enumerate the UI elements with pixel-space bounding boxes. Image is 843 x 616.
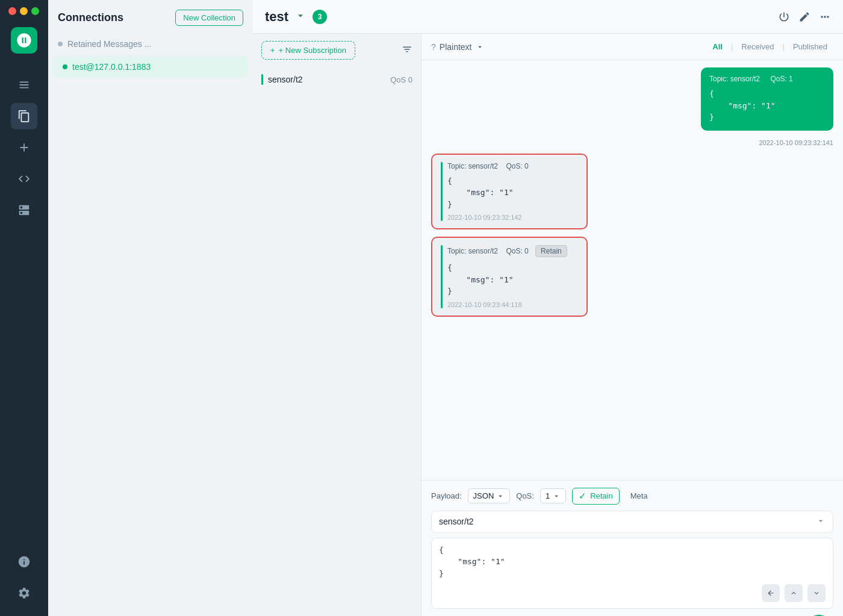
qos-value: 1 xyxy=(546,491,550,500)
nav-settings-button[interactable] xyxy=(11,580,37,606)
logo-icon xyxy=(16,32,33,49)
nav-back-button[interactable] xyxy=(762,584,780,602)
topbar-right xyxy=(778,11,831,23)
topic-expand-icon[interactable] xyxy=(816,516,826,527)
message-header-3: Topic: sensor/t2 QoS: 0 Retain xyxy=(447,245,578,257)
plus-icon: + xyxy=(270,46,275,55)
filter-icon xyxy=(402,44,412,55)
bottom-nav-icons xyxy=(11,549,37,616)
tab-received[interactable]: Received xyxy=(735,40,780,54)
arrow-up-icon xyxy=(789,589,798,597)
nav-next-button[interactable] xyxy=(807,584,826,602)
msg-line2-2: "msg": "1" xyxy=(447,187,578,199)
app-logo xyxy=(11,27,37,54)
connection-dot-gray xyxy=(58,42,63,46)
power-button[interactable] xyxy=(778,11,790,23)
nav-info-button[interactable] xyxy=(11,549,37,575)
connections-header: Connections New Collection xyxy=(48,0,253,33)
compose-body[interactable]: { "msg": "1" } xyxy=(431,538,833,609)
nav-prev-button[interactable] xyxy=(785,584,803,602)
message-green-bar-2 xyxy=(441,245,443,308)
msg-qos-3: QoS: 0 xyxy=(506,247,528,255)
compose-line3: } xyxy=(439,568,826,580)
maximize-button[interactable] xyxy=(31,7,39,15)
tab-published[interactable]: Published xyxy=(787,40,833,54)
messages-panel: ? Plaintext All | Received | Published xyxy=(421,34,843,616)
message-body-3: { "msg": "1" } xyxy=(447,262,578,297)
message-body-2: { "msg": "1" } xyxy=(447,175,578,211)
new-subscription-button[interactable]: + + New Subscription xyxy=(261,41,355,60)
nav-copy-button[interactable] xyxy=(11,103,37,129)
message-item-received-1: Topic: sensor/t2 QoS: 0 { "msg": "1" } 2… xyxy=(431,154,588,230)
compose-line2: "msg": "1" xyxy=(439,556,826,568)
qos-chevron-icon xyxy=(552,492,561,500)
msg-line3-3: } xyxy=(447,285,578,297)
nav-code-button[interactable] xyxy=(11,166,37,192)
messages-toolbar: ? Plaintext All | Received | Published xyxy=(421,34,843,60)
chevron-down-icon xyxy=(294,10,306,24)
qos-label: QoS: xyxy=(516,491,534,500)
msg-qos: QoS: 1 xyxy=(770,75,792,83)
divider2: | xyxy=(783,42,785,51)
topbar: test 3 xyxy=(253,0,843,34)
edit-icon xyxy=(798,11,810,23)
message-content: Topic: sensor/t2 QoS: 0 { "msg": "1" } 2… xyxy=(447,162,578,222)
msg-topic: Topic: sensor/t2 xyxy=(709,75,760,83)
msg-line1-3: { xyxy=(447,262,578,274)
filter-button[interactable] xyxy=(402,44,412,57)
retain-toggle[interactable]: ✓ Retain xyxy=(572,488,620,505)
new-sub-label: + New Subscription xyxy=(279,46,346,55)
add-icon xyxy=(17,141,31,154)
arrow-down-icon xyxy=(812,589,821,597)
msg-topic-2: Topic: sensor/t2 xyxy=(447,162,498,170)
close-button[interactable] xyxy=(8,7,16,15)
compose-toolbar: Payload: JSON QoS: 1 ✓ Retain Meta xyxy=(431,488,833,505)
connection-name-test: test@127.0.0.1:1883 xyxy=(72,62,151,72)
message-header-2: Topic: sensor/t2 QoS: 0 xyxy=(447,162,578,170)
more-icon xyxy=(819,11,831,23)
message-item-published: Topic: sensor/t2 QoS: 1 { "msg": "1" } xyxy=(701,67,833,131)
compose-line1: { xyxy=(439,544,826,556)
divider1: | xyxy=(731,42,733,51)
nav-data-button[interactable] xyxy=(11,197,37,223)
format-chevron-icon xyxy=(496,492,505,500)
message-body: { "msg": "1" } xyxy=(709,88,825,123)
messages-list: Topic: sensor/t2 QoS: 1 { "msg": "1" } 2… xyxy=(421,60,843,480)
minimize-button[interactable] xyxy=(20,7,28,15)
qos-select-wrapper[interactable]: 1 xyxy=(540,488,566,503)
msg-topic-3: Topic: sensor/t2 xyxy=(447,247,498,255)
message-timestamp-published: 2022-10-10 09:23:32:141 xyxy=(431,139,833,146)
message-item-received-2: Topic: sensor/t2 QoS: 0 Retain { "msg": … xyxy=(431,237,588,317)
compose-area: Payload: JSON QoS: 1 ✓ Retain Meta xyxy=(421,480,843,617)
msg-line1: { xyxy=(709,88,825,100)
content-area: + + New Subscription sensor/t2 QoS 0 xyxy=(253,34,843,616)
edit-button[interactable] xyxy=(798,11,810,23)
new-collection-button[interactable]: New Collection xyxy=(175,10,243,26)
question-icon: ? xyxy=(431,42,436,52)
compose-body-text: { "msg": "1" } xyxy=(439,544,826,580)
more-button[interactable] xyxy=(819,11,831,23)
traffic-lights xyxy=(0,7,39,15)
subscription-bar xyxy=(261,74,263,85)
format-select-wrapper[interactable]: JSON xyxy=(468,488,511,503)
connection-item-test[interactable]: test@127.0.0.1:1883 xyxy=(53,56,248,78)
code-icon xyxy=(17,172,31,185)
nav-icons xyxy=(11,72,37,549)
nav-connections-button[interactable] xyxy=(11,72,37,98)
message-green-bar xyxy=(441,162,443,222)
msg-line3: } xyxy=(709,111,825,123)
format-selector[interactable]: ? Plaintext xyxy=(431,42,484,52)
nav-add-button[interactable] xyxy=(11,134,37,161)
plaintext-button[interactable]: Plaintext xyxy=(440,42,484,52)
info-icon xyxy=(17,555,31,568)
msg-line3-2: } xyxy=(447,199,578,211)
meta-button[interactable]: Meta xyxy=(626,489,653,503)
subscription-qos: QoS 0 xyxy=(390,75,412,84)
retain-badge: Retain xyxy=(535,245,567,257)
subscription-item[interactable]: sensor/t2 QoS 0 xyxy=(253,67,421,92)
tab-all[interactable]: All xyxy=(706,40,729,54)
connection-item-retained[interactable]: Retained Messages ... xyxy=(48,33,253,55)
payload-label: Payload: xyxy=(431,491,462,500)
message-received-inner: Topic: sensor/t2 QoS: 0 { "msg": "1" } 2… xyxy=(441,162,578,222)
subscriptions-panel: + + New Subscription sensor/t2 QoS 0 xyxy=(253,34,421,616)
